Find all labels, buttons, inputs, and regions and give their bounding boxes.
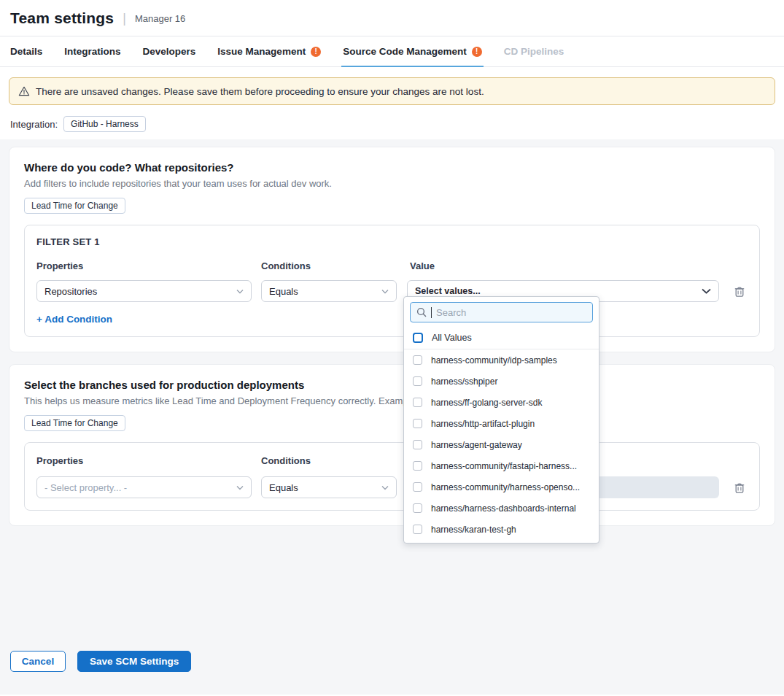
- condition-select-value: Equals: [269, 482, 298, 493]
- conditions-column-label: Conditions: [261, 455, 410, 466]
- banner-text: There are unsaved changes. Please save t…: [36, 86, 484, 97]
- delete-filter-button[interactable]: [734, 285, 745, 298]
- branches-card-title: Select the branches used for production …: [24, 379, 760, 391]
- content-area: Where do you code? What repositories? Ad…: [0, 139, 784, 695]
- page-title: Team settings: [10, 9, 114, 27]
- checkbox[interactable]: [413, 333, 423, 343]
- checkbox[interactable]: [413, 461, 422, 471]
- chevron-down-icon: [236, 289, 244, 294]
- filter-row: Repositories Equals Select values...: [36, 280, 748, 302]
- search-placeholder: Search: [436, 307, 466, 318]
- integration-chip[interactable]: GitHub - Harness: [63, 116, 146, 132]
- branches-card-subtitle: This helps us measure metrics like Lead …: [24, 395, 760, 406]
- integration-row: Integration: GitHub - Harness: [9, 116, 775, 132]
- tab-label: Integrations: [64, 46, 120, 57]
- trash-icon: [734, 285, 745, 298]
- add-condition-button[interactable]: + Add Condition: [36, 314, 748, 325]
- search-icon: [416, 307, 427, 317]
- unsaved-changes-banner: There are unsaved changes. Please save t…: [9, 77, 775, 105]
- dropdown-option[interactable]: harness-community/harness-openso...: [404, 476, 599, 498]
- dropdown-search-input[interactable]: Search: [410, 302, 593, 322]
- tab-cd-pipelines: CD Pipelines: [504, 36, 564, 66]
- dropdown-option[interactable]: harness/sshpiper: [404, 371, 599, 392]
- tab-developers[interactable]: Developers: [143, 36, 196, 66]
- properties-column-label: Properties: [36, 260, 261, 271]
- checkbox[interactable]: [413, 525, 422, 534]
- branches-card: Select the branches used for production …: [9, 364, 775, 526]
- save-scm-settings-button[interactable]: Save SCM Settings: [77, 651, 191, 672]
- select-all-option[interactable]: All Values: [404, 326, 599, 349]
- dropdown-option[interactable]: harness/http-artifact-plugin: [404, 413, 599, 434]
- dropdown-option[interactable]: harness/ff-golang-server-sdk: [404, 392, 599, 413]
- option-label: harness/karan-test-gh: [431, 525, 516, 535]
- property-select-placeholder: - Select property... -: [44, 482, 127, 493]
- option-label: harness/agent-gateway: [431, 440, 522, 450]
- option-label: harness/harness-dashboards-internal: [431, 503, 576, 514]
- dropdown-options-list: harness-community/idp-samples harness/ss…: [404, 349, 599, 544]
- option-label: harness-community/harness-openso...: [431, 482, 580, 492]
- trash-icon: [734, 482, 745, 494]
- tab-label: Source Code Management: [343, 46, 467, 57]
- tab-integrations[interactable]: Integrations: [64, 36, 120, 66]
- select-all-label: All Values: [432, 333, 472, 343]
- filter-set-title: FILTER SET 1: [36, 236, 748, 247]
- checkbox[interactable]: [413, 440, 422, 449]
- tab-issue-management[interactable]: Issue Management !: [217, 36, 321, 66]
- text-cursor: [431, 307, 432, 318]
- value-multiselect-placeholder: Select values...: [415, 286, 481, 296]
- option-label: harness/sshpiper: [431, 376, 497, 387]
- condition-select-value: Equals: [269, 286, 298, 297]
- lead-time-tag: Lead Time for Change: [24, 415, 125, 431]
- team-name: Manager 16: [135, 13, 185, 24]
- tab-label: Developers: [143, 46, 196, 57]
- warning-badge-icon: !: [472, 47, 482, 57]
- tab-label: CD Pipelines: [504, 46, 564, 57]
- dropdown-option[interactable]: harness/agent-gateway: [404, 434, 599, 455]
- properties-column-label: Properties: [36, 455, 261, 466]
- property-select[interactable]: - Select property... -: [36, 476, 252, 498]
- condition-select[interactable]: Equals: [261, 476, 397, 498]
- property-select-value: Repositories: [44, 286, 97, 297]
- dropdown-option[interactable]: harness/karan-test-gh: [404, 519, 599, 540]
- dropdown-option[interactable]: harness-community/fastapi-harness...: [404, 455, 599, 476]
- option-label: harness/http-artifact-plugin: [431, 419, 535, 429]
- repositories-card-title: Where do you code? What repositories?: [24, 161, 760, 174]
- repositories-card: Where do you code? What repositories? Ad…: [9, 147, 775, 352]
- checkbox[interactable]: [413, 419, 422, 428]
- cancel-button[interactable]: Cancel: [10, 651, 66, 672]
- settings-tabs: Details Integrations Developers Issue Ma…: [0, 36, 784, 67]
- repositories-card-subtitle: Add filters to include repositories that…: [24, 178, 760, 189]
- tab-details[interactable]: Details: [10, 36, 42, 66]
- property-select[interactable]: Repositories: [36, 280, 252, 302]
- lead-time-tag: Lead Time for Change: [24, 198, 125, 214]
- checkbox[interactable]: [413, 398, 422, 407]
- condition-select[interactable]: Equals: [261, 280, 397, 302]
- option-label: harness-community/idp-samples: [431, 355, 557, 366]
- filter-row: - Select property... - Equals: [36, 476, 748, 498]
- tab-label: Issue Management: [217, 46, 306, 57]
- checkbox[interactable]: [413, 355, 422, 365]
- spacer: [9, 526, 775, 651]
- tab-source-code-management[interactable]: Source Code Management !: [343, 36, 482, 66]
- content-top: There are unsaved changes. Please save t…: [0, 67, 784, 139]
- team-settings-page: Team settings | Manager 16 Details Integ…: [0, 0, 784, 696]
- value-column-label: Value: [410, 260, 435, 271]
- checkbox[interactable]: [413, 376, 422, 386]
- conditions-column-label: Conditions: [261, 260, 410, 271]
- dropdown-option[interactable]: harness-community/idp-samples: [404, 349, 599, 371]
- dropdown-option[interactable]: harness/harness-dashboards-internal: [404, 498, 599, 519]
- tab-label: Details: [10, 46, 42, 57]
- checkbox[interactable]: [413, 503, 422, 513]
- values-dropdown-panel: Search All Values harness-community/idp-…: [403, 296, 599, 544]
- checkbox[interactable]: [413, 482, 422, 492]
- chevron-down-icon: [381, 485, 389, 490]
- chevron-down-icon: [236, 485, 244, 490]
- chevron-down-icon: [381, 289, 389, 294]
- option-label: harness/ff-golang-server-sdk: [431, 398, 543, 408]
- footer-actions: Cancel Save SCM Settings: [9, 651, 775, 672]
- delete-filter-button[interactable]: [734, 482, 745, 494]
- dropdown-option-clipped[interactable]: harness/...: [404, 540, 599, 544]
- filter-column-labels: Properties Conditions Value: [36, 260, 748, 271]
- warning-triangle-icon: [18, 85, 30, 97]
- title-divider: |: [123, 11, 126, 26]
